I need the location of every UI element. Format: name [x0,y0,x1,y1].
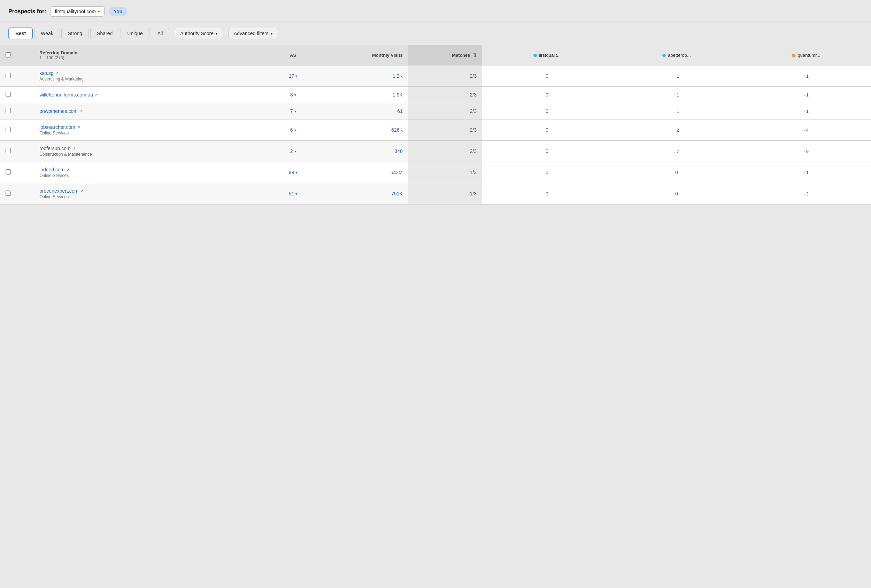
domain-link[interactable]: onwpthemes.com ↗ [39,108,82,114]
domain-link[interactable]: provenexpert.com ↗ [39,188,83,194]
matches-value: 2/3 [470,148,476,154]
link-count: 1 [806,109,809,114]
sort-icon[interactable]: ⇅ [473,52,477,58]
domain-link[interactable]: willettonuniforms.com.au ↗ [39,92,98,97]
arrow-icon: › [804,128,805,133]
category-label: Advertising & Marketing [39,76,259,82]
zero-value: 0 [546,170,548,175]
zero-value: 0 [546,108,548,114]
as-header: AS [264,45,322,66]
row-checkbox-cell [0,87,34,103]
link-count: 4 [806,127,809,133]
external-link-icon: ↗ [77,125,80,130]
tab-weak[interactable]: Weak [34,28,60,39]
advanced-filters-dropdown[interactable]: Advanced filters ▾ [229,28,278,39]
domain-link[interactable]: indeed.com ↗ [39,167,69,172]
row-checkbox[interactable] [6,108,11,113]
arrow-value: ›1 [804,109,809,114]
zero-value: 0 [546,92,548,97]
zero-value: 0 [546,148,548,154]
table-row: jobsearcher.com ↗ Online Services 6 ▾ 62… [0,120,871,141]
domain-link[interactable]: jobsearcher.com ↗ [39,124,80,130]
domain-link[interactable]: ksp.sg ↗ [39,70,58,76]
monthly-visits-cell: 340 [322,141,408,162]
tab-all[interactable]: All [151,28,170,39]
tab-best[interactable]: Best [8,27,33,39]
advanced-filters-label: Advanced filters [234,31,269,36]
row-checkbox[interactable] [6,148,11,153]
as-value: 2 [290,148,293,154]
site-cell: ›9 [741,141,871,162]
prospects-table: Referring Domain 1 – 100 (276) AS Monthl… [0,45,871,205]
arrow-value: ›4 [804,127,809,133]
select-all-header [0,45,34,66]
domain-cell: onwpthemes.com ↗ [34,103,264,120]
arrow-value: ›1 [674,109,679,114]
domain-cell: provenexpert.com ↗ Online Services [34,183,264,205]
table-row: ksp.sg ↗ Advertising & Marketing 17 ▾ 1.… [0,66,871,87]
row-checkbox[interactable] [6,127,11,132]
table-row: willettonuniforms.com.au ↗ 8 ▾ 1.9K 2/3 … [0,87,871,103]
site-cell: ›1 [612,66,741,87]
select-all-checkbox[interactable] [6,52,11,57]
external-link-icon: ↗ [79,109,82,114]
table-row: indeed.com ↗ Online Services 99 ▾ 543M 1… [0,162,871,183]
site-cell: ›4 [741,120,871,141]
site-cell: ›1 [612,87,741,103]
link-count: 1 [676,109,679,114]
zero-value: 0 [675,170,678,175]
site2-header: abetteroo... [612,45,741,66]
visits-value: 61 [397,108,403,114]
category-label: Online Services [39,173,259,178]
arrow-icon: › [674,149,675,154]
zero-value: 0 [546,73,548,79]
zero-value: 0 [675,191,678,196]
arrow-value: ›9 [804,149,809,154]
chevron-down-icon: ▾ [295,109,296,113]
domain-dropdown[interactable]: firstqualityroof.com ▾ [50,6,104,17]
header: Prospects for: firstqualityroof.com ▾ Yo… [0,0,871,22]
category-label: Construction & Maintenance [39,152,259,157]
row-checkbox-cell [0,66,34,87]
row-checkbox[interactable] [6,73,11,78]
zero-value: 0 [546,191,548,196]
domain-cell: roofersup.com ↗ Construction & Maintenan… [34,141,264,162]
monthly-visits-cell: 751K [322,183,408,205]
row-checkbox-cell [0,141,34,162]
domain-cell: ksp.sg ↗ Advertising & Marketing [34,66,264,87]
site-cell: ›7 [612,141,741,162]
link-count: 1 [676,73,679,79]
site-cell: 0 [482,162,612,183]
link-count: 1 [806,170,809,175]
site-cell: 0 [482,87,612,103]
row-checkbox[interactable] [6,91,11,97]
domain-link[interactable]: roofersup.com ↗ [39,146,75,151]
external-link-icon: ↗ [67,168,70,172]
as-cell: 99 ▾ [264,162,322,183]
chevron-down-icon: ▾ [216,31,218,36]
tab-unique[interactable]: Unique [121,28,149,39]
chevron-down-icon: ▾ [295,93,296,97]
site-cell: ›1 [741,66,871,87]
matches-value: 2/3 [470,92,476,97]
arrow-value: ›1 [674,73,679,79]
link-count: 7 [676,149,679,154]
site-cell: 0 [612,183,741,205]
authority-score-dropdown[interactable]: Authority Score ▾ [175,28,223,39]
tab-strong[interactable]: Strong [61,28,89,39]
tab-shared[interactable]: Shared [90,28,119,39]
as-cell: 6 ▾ [264,120,322,141]
link-count: 1 [806,92,809,97]
matches-cell: 2/3 [408,103,482,120]
as-cell: 8 ▾ [264,87,322,103]
table-wrapper: Referring Domain 1 – 100 (276) AS Monthl… [0,45,871,205]
visits-value: 751K [391,191,403,196]
chevron-down-icon: ▾ [295,128,296,132]
site-cell: 0 [482,120,612,141]
chevron-down-icon: ▾ [295,74,297,78]
row-checkbox[interactable] [6,169,11,175]
arrow-icon: › [804,192,805,196]
site1-header: firstqualit... [482,45,612,66]
row-checkbox[interactable] [6,190,11,196]
external-link-icon: ↗ [95,93,98,97]
